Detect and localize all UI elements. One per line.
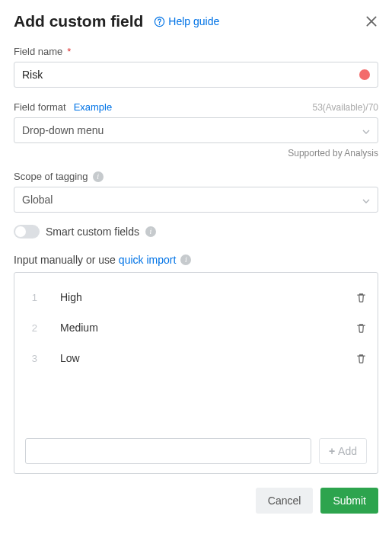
option-index: 3 — [25, 353, 37, 364]
option-row[interactable]: 2Medium — [25, 312, 367, 343]
help-guide-link[interactable]: Help guide — [154, 15, 219, 27]
info-icon[interactable]: i — [180, 254, 191, 265]
submit-button[interactable]: Submit — [320, 488, 378, 514]
scope-label: Scope of tagging — [14, 171, 88, 182]
scope-value: Global — [22, 194, 53, 206]
add-button-label: Add — [338, 445, 357, 457]
supported-by-analysis: Supported by Analysis — [14, 148, 378, 158]
option-label: Medium — [60, 322, 333, 334]
example-link[interactable]: Example — [74, 101, 113, 113]
help-icon — [154, 16, 165, 27]
field-format-value: Drop-down menu — [22, 124, 104, 136]
add-option-button[interactable]: + Add — [319, 438, 367, 464]
field-name-value: Risk — [22, 69, 43, 81]
close-button[interactable] — [365, 14, 378, 28]
option-label: Low — [60, 352, 333, 364]
option-index: 1 — [25, 292, 37, 303]
option-row[interactable]: 1High — [25, 282, 367, 312]
scope-select[interactable]: Global — [14, 187, 378, 213]
chevron-down-icon — [362, 194, 370, 206]
field-format-label: Field format — [14, 101, 66, 113]
risk-color-indicator[interactable] — [359, 69, 370, 80]
option-index: 2 — [25, 322, 37, 334]
plus-icon: + — [329, 445, 335, 457]
smart-fields-label: Smart custom fields — [46, 226, 139, 238]
format-counter: 53(Available)/70 — [312, 102, 378, 113]
chevron-down-icon — [362, 124, 370, 136]
delete-option-button[interactable] — [355, 353, 367, 364]
field-name-input[interactable]: Risk — [14, 62, 378, 88]
option-label: High — [60, 291, 333, 303]
help-guide-text: Help guide — [168, 15, 219, 27]
field-format-select[interactable]: Drop-down menu — [14, 117, 378, 143]
cancel-button[interactable]: Cancel — [256, 488, 314, 514]
field-name-label: Field name — [14, 46, 62, 57]
new-option-input[interactable] — [25, 438, 311, 464]
info-icon[interactable]: i — [93, 171, 104, 182]
required-mark: * — [67, 46, 71, 57]
option-row[interactable]: 3Low — [25, 343, 367, 373]
smart-fields-toggle[interactable] — [14, 225, 40, 238]
options-box: 1High2Medium3Low + Add — [14, 272, 378, 474]
svg-point-1 — [159, 24, 161, 25]
quick-import-link[interactable]: quick import — [119, 254, 176, 266]
manual-input-label: Input manually or use — [14, 254, 116, 266]
delete-option-button[interactable] — [355, 292, 367, 303]
delete-option-button[interactable] — [355, 322, 367, 334]
info-icon[interactable]: i — [145, 226, 156, 237]
page-title: Add custom field — [14, 12, 143, 30]
